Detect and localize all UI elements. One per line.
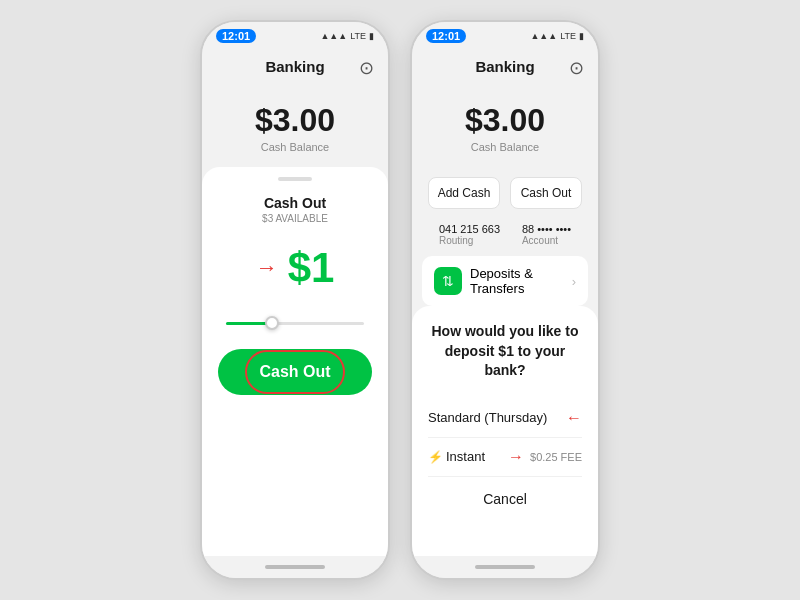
- sheet-handle: [278, 177, 312, 181]
- arrow-standard-icon: ←: [566, 409, 582, 427]
- banking-title-left: Banking: [265, 58, 324, 75]
- profile-icon-right[interactable]: ⊙: [569, 57, 584, 79]
- lightning-icon: ⚡: [428, 450, 443, 464]
- cashout-button[interactable]: Cash Out: [218, 349, 372, 395]
- routing-number: 041 215 663: [439, 223, 500, 235]
- slider-thumb[interactable]: [265, 316, 279, 330]
- battery-icon: ▮: [369, 31, 374, 41]
- status-time-right: 12:01: [426, 29, 466, 43]
- balance-amount-right: $3.00: [412, 102, 598, 139]
- cash-out-amount: $1: [288, 244, 335, 292]
- lte-icon: LTE: [350, 31, 366, 41]
- instant-fee: $0.25 FEE: [530, 451, 582, 463]
- status-icons-left: ▲▲▲ LTE ▮: [320, 31, 374, 41]
- account-info: 88 •••• •••• Account: [522, 223, 571, 246]
- transfers-icon: ⇅: [434, 267, 462, 295]
- status-icons-right: ▲▲▲ LTE ▮: [530, 31, 584, 41]
- balance-area-left: $3.00 Cash Balance: [202, 86, 388, 167]
- banking-header-left: Banking ⊙: [202, 50, 388, 86]
- banking-header-right: Banking ⊙: [412, 50, 598, 86]
- deposit-question: How would you like to deposit $1 to your…: [428, 322, 582, 381]
- amount-slider[interactable]: [218, 322, 372, 325]
- standard-option-text: Standard (Thursday): [428, 410, 560, 425]
- balance-area-right: $3.00 Cash Balance: [412, 86, 598, 167]
- action-buttons: Add Cash Cash Out: [412, 167, 598, 217]
- transfers-row[interactable]: ⇅ Deposits & Transfers ›: [422, 256, 588, 306]
- battery-icon-right: ▮: [579, 31, 584, 41]
- left-phone: 12:01 ▲▲▲ LTE ▮ Banking ⊙ $3.00 Cash Bal…: [200, 20, 390, 580]
- cancel-button[interactable]: Cancel: [428, 491, 582, 507]
- slider-track: [226, 322, 364, 325]
- cash-out-button[interactable]: Cash Out: [510, 177, 582, 209]
- status-bar-left: 12:01 ▲▲▲ LTE ▮: [202, 22, 388, 50]
- home-bar-right: [475, 565, 535, 569]
- arrow-instant-icon: →: [508, 448, 524, 466]
- banking-content: Add Cash Cash Out 041 215 663 Routing 88…: [412, 167, 598, 306]
- cash-out-modal: Cash Out $3 AVAILABLE → $1 Cash Out →: [202, 167, 388, 556]
- slider-fill: [226, 322, 267, 325]
- balance-amount-left: $3.00: [202, 102, 388, 139]
- balance-label-left: Cash Balance: [202, 141, 388, 153]
- deposit-modal: How would you like to deposit $1 to your…: [412, 306, 598, 556]
- transfers-label: Deposits & Transfers: [470, 266, 564, 296]
- home-indicator-left: [202, 556, 388, 578]
- bank-info: 041 215 663 Routing 88 •••• •••• Account: [412, 217, 598, 256]
- signal-icon-right: ▲▲▲: [530, 31, 557, 41]
- status-time-left: 12:01: [216, 29, 256, 43]
- add-cash-button[interactable]: Add Cash: [428, 177, 500, 209]
- arrow-to-button-icon: →: [384, 380, 390, 403]
- home-indicator-right: [412, 556, 598, 578]
- routing-info: 041 215 663 Routing: [439, 223, 500, 246]
- home-bar-left: [265, 565, 325, 569]
- instant-option-text: Instant: [446, 449, 508, 464]
- right-phone: 12:01 ▲▲▲ LTE ▮ Banking ⊙ $3.00 Cash Bal…: [410, 20, 600, 580]
- standard-option[interactable]: Standard (Thursday) ←: [428, 399, 582, 438]
- instant-option[interactable]: ⚡ Instant → $0.25 FEE: [428, 438, 582, 477]
- routing-label: Routing: [439, 235, 500, 246]
- arrow-red-icon: →: [256, 255, 278, 281]
- available-label: $3 AVAILABLE: [262, 213, 328, 224]
- signal-icon: ▲▲▲: [320, 31, 347, 41]
- chevron-right-icon: ›: [572, 274, 576, 289]
- account-label: Account: [522, 235, 571, 246]
- profile-icon-left[interactable]: ⊙: [359, 57, 374, 79]
- cashout-button-wrap: Cash Out →: [218, 349, 372, 395]
- amount-row: → $1: [256, 244, 335, 292]
- balance-label-right: Cash Balance: [412, 141, 598, 153]
- banking-title-right: Banking: [475, 58, 534, 75]
- lte-icon-right: LTE: [560, 31, 576, 41]
- modal-title: Cash Out: [264, 195, 326, 211]
- status-bar-right: 12:01 ▲▲▲ LTE ▮: [412, 22, 598, 50]
- account-number: 88 •••• ••••: [522, 223, 571, 235]
